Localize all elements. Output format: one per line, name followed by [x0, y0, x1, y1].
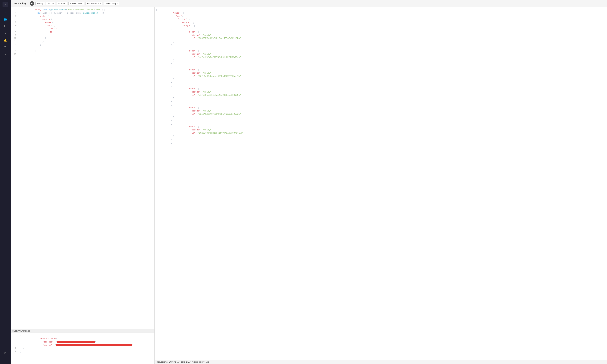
gutter-dot-8 [18, 31, 19, 33]
logo-icon: ⊞ [5, 3, 6, 6]
toolbar: OneGraphiQL ▶ Prettify History Explorer … [11, 0, 607, 7]
globe-icon: 🌐 [4, 18, 7, 21]
gutter-dot-6 [18, 25, 19, 26]
share-query-chevron-icon: ▾ [117, 3, 118, 4]
qv-dot-1 [18, 335, 19, 336]
right-panel: { "data": { "mux": { "video": { [155, 7, 607, 364]
sidebar-item-flag[interactable]: ⚑ [2, 52, 8, 57]
authentication-button[interactable]: Authentication ▾ [85, 1, 102, 5]
history-button[interactable]: History [46, 1, 55, 5]
qv-dot-6 [18, 351, 19, 352]
gutter-dot-5 [18, 22, 19, 23]
result-edge-1-node-open: "node": { [155, 30, 607, 33]
result-line-assets-open: "assets": { [155, 21, 607, 24]
sidebar-item-copy[interactable]: ⧉ [2, 351, 8, 356]
query-editor[interactable]: 1 query Assets($accessToken: OneGraphMux… [11, 7, 154, 329]
gutter-dot-14 [18, 50, 19, 52]
run-button[interactable]: ▶ [30, 1, 34, 6]
query-variables-header: QUERY VARIABLES [11, 329, 154, 333]
qv-line-6: 6 } [11, 350, 154, 353]
main-area: OneGraphiQL ▶ Prettify History Explorer … [11, 0, 607, 364]
result-edge-4-node-open: "node": { [155, 87, 607, 90]
sidebar-item-shield[interactable]: 🛡 [2, 24, 8, 29]
gutter-dot-9 [18, 34, 19, 36]
qv-line-4: 4 "secret": " " [11, 343, 154, 347]
sidebar: ⊞ ⌂ 🌐 🛡 ✦ 🔔 ☰ ⚑ ⧉ [0, 0, 11, 364]
result-edge-3-close: }, [155, 81, 607, 84]
result-edge-3-open: { [155, 65, 607, 68]
result-edge-3-id: "id": "9QIr1udTWCoxupv00R5qJC0UFRTHqujTw… [155, 75, 607, 78]
rocket-icon: ✦ [5, 32, 6, 35]
sidebar-logo: ⊞ [2, 1, 8, 7]
gutter-dot-7 [18, 28, 19, 29]
result-edge-1-open: { [155, 27, 607, 30]
result-edge-6-id: "id": "LOm0ZyQ9nOH016heltfVnAilCYn00foja… [155, 131, 607, 135]
sidebar-item-globe[interactable]: 🌐 [2, 17, 8, 22]
result-edge-5-id: "id": "cX58A0ZjaYOr7dW3XQhaArpmqS3oDvVnE… [155, 112, 607, 116]
status-bar: Request time: 1,038ms | API calls: 1 | A… [155, 360, 607, 364]
result-edge-7-open: { [155, 141, 607, 144]
result-edge-3-node-open: "node": { [155, 68, 607, 71]
authentication-chevron-icon: ▾ [100, 3, 101, 4]
result-edge-2-id: "id": "cs7apV02mRg2lOYGQpH9YpKPf1KWpJPzn… [155, 56, 607, 59]
gutter-dot-3 [18, 15, 19, 17]
result-line-root-open: { [155, 8, 607, 11]
bell-icon: 🔔 [4, 39, 7, 42]
query-variables-section: QUERY VARIABLES 1 { 2 "accessToken": { [11, 329, 154, 364]
result-edge-6-open: { [155, 122, 607, 125]
qv-dot-4 [18, 344, 19, 346]
result-edge-6-close: }, [155, 138, 607, 141]
shield-icon: 🛡 [4, 25, 7, 28]
gutter-dot-13 [18, 47, 19, 48]
list-icon: ☰ [4, 46, 6, 49]
result-edge-4-open: { [155, 84, 607, 87]
result-edge-6-node-open: "node": { [155, 125, 607, 128]
qv-dot-3 [18, 341, 19, 342]
qv-dot-5 [18, 348, 19, 349]
result-line-video-open: "video": { [155, 18, 607, 21]
share-query-button[interactable]: Share Query ▾ [104, 1, 119, 5]
gutter-dot-10 [18, 38, 19, 39]
sidebar-item-rocket[interactable]: ✦ [2, 31, 8, 36]
result-edge-2-open: { [155, 46, 607, 49]
home-icon: ⌂ [5, 11, 6, 14]
sidebar-item-home[interactable]: ⌂ [2, 10, 8, 15]
result-edge-2-close: }, [155, 62, 607, 65]
result-edge-1-id: "id": "GS005NXVrGZyBUH16wdtJBIG7Y8KzH9DA… [155, 37, 607, 40]
explorer-button[interactable]: Explorer [57, 1, 67, 5]
code-exporter-button[interactable]: Code Exporter [68, 1, 84, 5]
content-area: 1 query Assets($accessToken: OneGraphMux… [11, 7, 607, 364]
qv-dot-2 [18, 338, 19, 339]
result-edge-5-open: { [155, 103, 607, 106]
result-area[interactable]: { "data": { "mux": { "video": { [155, 7, 607, 360]
prettify-button[interactable]: Prettify [35, 1, 45, 5]
result-line-data-open: "data": { [155, 11, 607, 14]
secret-redacted [56, 344, 132, 346]
flag-icon: ⚑ [5, 53, 6, 56]
query-variables-editor[interactable]: 1 { 2 "accessToken": { 3 [11, 333, 154, 364]
sidebar-item-list[interactable]: ☰ [2, 45, 8, 50]
result-edge-5-node-open: "node": { [155, 106, 607, 109]
sidebar-item-bell[interactable]: 🔔 [2, 38, 8, 43]
gutter-dot-12 [18, 44, 19, 45]
editor-line-14: 14 } [11, 49, 154, 52]
status-text: Request time: 1,038ms | API calls: 1 | A… [157, 361, 209, 363]
gutter-dot-1 [18, 9, 19, 10]
result-edge-2-node-open: "node": { [155, 49, 607, 52]
gutter-dot-11 [18, 41, 19, 42]
app-title: OneGraphiQL [13, 2, 27, 5]
result-line-mux-open: "mux": { [155, 14, 607, 18]
left-panel: 1 query Assets($accessToken: OneGraphMux… [11, 7, 155, 364]
gutter-dot-15 [18, 53, 19, 55]
result-edge-4-close: }, [155, 100, 607, 103]
result-edge-4-id: "id": "z1FdZGwyZIkjbYmL4Br29CBusdE00iiUq… [155, 93, 607, 97]
result-line-edges-open: "edges": [ [155, 24, 607, 27]
result-edge-5-close: }, [155, 119, 607, 122]
copy-icon: ⧉ [4, 352, 6, 355]
gutter-dot-4 [18, 19, 19, 20]
gutter-dot-2 [18, 12, 19, 13]
result-edge-1-close: }, [155, 43, 607, 46]
